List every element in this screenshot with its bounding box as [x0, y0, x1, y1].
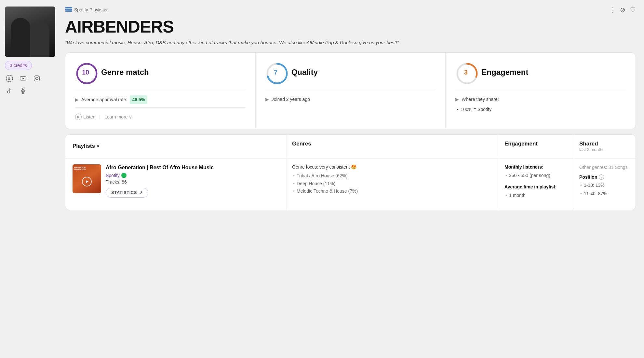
svg-rect-7: [65, 9, 72, 10]
tiktok-icon[interactable]: [5, 86, 14, 95]
statistics-label: STATISTICS: [111, 190, 137, 195]
instagram-icon[interactable]: [32, 74, 41, 83]
spotify-dot-icon: [121, 173, 127, 178]
genre-match-actions: ▶ Listen | Learn more ∨: [75, 113, 246, 121]
table-header: Playlists ▾ Genres Engagement Shared las…: [65, 135, 636, 158]
svg-marker-2: [22, 77, 24, 79]
social-row-2: [5, 86, 41, 95]
playlist-table-card: Playlists ▾ Genres Engagement Shared las…: [65, 134, 636, 210]
monthly-listeners-value: 350 - 550 (per song): [504, 172, 569, 180]
quality-section: 7 Quality ▶ Joined 2 years ago: [256, 53, 446, 129]
genre-item-1: Tribal / Afro House (62%): [292, 172, 494, 180]
artist-name: AIRBENDERS: [65, 17, 636, 36]
listen-play-icon: ▶: [75, 114, 82, 120]
col-playlists[interactable]: Playlists ▾: [65, 135, 287, 158]
cell-shared: Other genres: 31 Songs Position ? 1-10: …: [574, 158, 636, 210]
spotify-icon[interactable]: [5, 74, 14, 83]
credits-badge[interactable]: 3 credits: [5, 61, 32, 70]
engagement-detail: ▶ Where they share: 100% = Spotify: [455, 95, 626, 114]
position-label: Position: [579, 174, 597, 180]
genre-match-circle: 10: [75, 62, 96, 83]
playlists-chevron-icon: ▾: [97, 144, 99, 149]
scores-card: 10 Genre match ▶ Average approval rate: …: [65, 52, 636, 129]
position-help-icon[interactable]: ?: [599, 174, 604, 180]
social-row-1: [5, 74, 41, 83]
genre-item-2: Deep House (11%): [292, 180, 494, 188]
avg-time-title: Average time in playlist:: [504, 184, 569, 189]
block-button[interactable]: ⊘: [620, 6, 625, 14]
col-engagement: Engagement: [499, 135, 574, 158]
joined-label: Joined 2 years ago: [272, 95, 310, 103]
quality-header: 7 Quality: [265, 62, 436, 83]
approval-rate-label: Average approval rate:: [81, 96, 127, 104]
social-icons-group: [5, 74, 41, 95]
genre-match-label: Genre match: [101, 68, 149, 77]
table-row: AFRO HOUSEGENERATION Afro Generation | B…: [65, 158, 636, 210]
playlist-info: Afro Generation | Best Of Afro House Mus…: [106, 164, 279, 198]
listen-button[interactable]: ▶ Listen: [75, 114, 95, 120]
artist-photo: [5, 7, 55, 57]
favorite-button[interactable]: ♡: [630, 6, 636, 14]
quality-label: Quality: [291, 68, 318, 77]
artist-bio: "We love commercial music, House, Afro, …: [65, 39, 449, 47]
position-title: Position ?: [579, 174, 630, 180]
genre-item-3: Melodic Techno & House (7%): [292, 187, 494, 195]
cell-engagement: Monthly listeners: 350 - 550 (per song) …: [499, 158, 574, 210]
playlist-platform: Spotify: [106, 173, 279, 178]
quality-detail: ▶ Joined 2 years ago: [265, 95, 436, 103]
where-share-label: Where they share:: [462, 95, 499, 103]
quality-circle: 7: [265, 62, 286, 83]
youtube-icon[interactable]: [19, 74, 28, 83]
genre-match-value: 10: [82, 68, 89, 76]
header-bar: Spotify Playlister ⋮ ⊘ ♡: [65, 6, 636, 14]
facebook-icon[interactable]: [19, 86, 28, 95]
monthly-listeners-section: Monthly listeners: 350 - 550 (per song): [504, 164, 569, 180]
sidebar: 3 credits: [0, 0, 60, 358]
genre-match-header: 10 Genre match: [75, 62, 246, 83]
svg-rect-6: [65, 7, 72, 8]
platform-stripe-icon: [65, 7, 72, 13]
genre-focus: Genre focus: very consistent 🤩: [292, 164, 494, 170]
col-playlists-label: Playlists: [73, 143, 95, 149]
main-content: Spotify Playlister ⋮ ⊘ ♡ AIRBENDERS "We …: [60, 0, 644, 358]
engagement-section: 3 Engagement ▶ Where they share: 100% = …: [446, 53, 636, 129]
cell-playlist: AFRO HOUSEGENERATION Afro Generation | B…: [65, 158, 287, 210]
position-item-2: 11-40: 87%: [579, 190, 630, 198]
svg-point-5: [38, 76, 39, 77]
thumb-text: AFRO HOUSEGENERATION: [74, 166, 86, 171]
playlist-tracks: Tracks: 86: [106, 179, 279, 185]
avg-time-section: Average time in playlist: 1 month: [504, 184, 569, 200]
col-shared: Shared last 3 months: [574, 135, 636, 158]
actions-pipe: |: [99, 113, 101, 121]
col-shared-sub: last 3 months: [579, 147, 630, 152]
genre-match-detail: ▶ Average approval rate: 46.5% ▶ Listen …: [75, 95, 246, 121]
learn-more-label: Learn more: [104, 114, 128, 119]
platform-label: Spotify Playlister: [65, 7, 108, 13]
position-item-1: 1-10: 13%: [579, 181, 630, 189]
learn-more-button[interactable]: Learn more ∨: [104, 114, 132, 119]
svg-rect-8: [65, 10, 72, 12]
engagement-header: 3 Engagement: [455, 62, 626, 83]
avg-time-value: 1 month: [504, 191, 569, 200]
platform-name: Spotify: [106, 173, 120, 178]
statistics-button[interactable]: STATISTICS ↗: [106, 188, 148, 198]
engagement-label: Engagement: [481, 68, 528, 77]
cell-genres: Genre focus: very consistent 🤩 Tribal / …: [287, 158, 499, 210]
trend-icon: ↗: [139, 190, 143, 195]
playlist-thumbnail: AFRO HOUSEGENERATION: [73, 164, 101, 193]
svg-rect-3: [34, 76, 40, 81]
shared-other: Other genres: 31 Songs: [579, 164, 630, 171]
listen-label: Listen: [83, 114, 95, 119]
quality-value: 7: [274, 68, 277, 76]
more-options-button[interactable]: ⋮: [609, 6, 615, 14]
header-actions: ⋮ ⊘ ♡: [609, 6, 636, 14]
engagement-circle: 3: [455, 62, 476, 83]
playlist-name: Afro Generation | Best Of Afro House Mus…: [106, 164, 279, 171]
share-item: 100% = Spotify: [455, 105, 626, 114]
col-genres: Genres: [287, 135, 499, 158]
approval-rate-value: 46.5%: [130, 95, 147, 104]
engagement-value: 3: [464, 68, 468, 76]
thumb-play-button[interactable]: [82, 177, 92, 186]
monthly-listeners-title: Monthly listeners:: [504, 164, 569, 170]
svg-point-0: [6, 75, 13, 82]
